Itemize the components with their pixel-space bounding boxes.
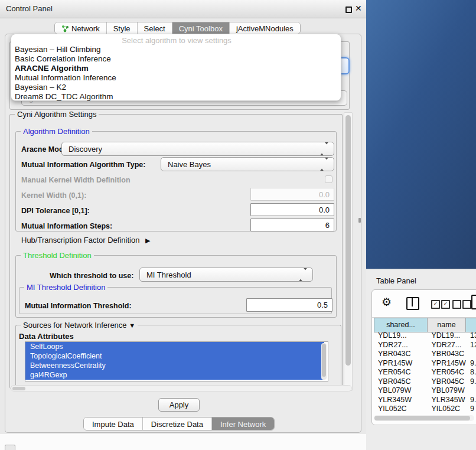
table-row[interactable]: YBL079WYBL079W [374,386,476,396]
table-row[interactable]: YBR043CYBR043C [374,350,476,359]
tab-impute-data[interactable]: Impute Data [84,418,143,431]
attribute-list-item[interactable]: gal4RGexp [25,370,324,380]
document-icon[interactable] [471,295,476,309]
tab-network[interactable]: Network [55,22,107,34]
tab-label: Network [71,22,100,34]
close-icon[interactable]: ✕ [355,4,362,13]
group-title: Cyni Algorithm Settings [15,110,99,119]
control-panel-tabs: Network Style Select Cyni Toolbox jActiv… [54,22,301,34]
attribute-list-item[interactable]: BetweennessCentrality [25,361,324,370]
column-header-partial[interactable] [465,318,476,332]
table-row[interactable]: YPR145WYPR145W9. [374,359,476,369]
mi-type-label: Mutual Information Algorithm Type: [21,161,145,169]
combo-stepper-icon [319,160,329,169]
desktop-background: GALGAL80GAL10GAL1GAL11SWI4GAL4HAP4YGCY1H… [366,0,476,269]
algorithm-option[interactable]: Basic Correlation Inference [15,54,337,64]
tab-cyni-toolbox[interactable]: Cyni Toolbox [172,22,230,34]
algorithm-option[interactable]: Bayesian – Hill Climbing [15,45,337,54]
table-horizontal-scrollbar[interactable] [374,415,474,421]
table-cell: YDL19... [428,331,467,341]
mi-threshold-label: Mutual Information Threshold: [25,302,132,310]
algorithm-option[interactable]: ARACNE Algorithm [15,64,337,73]
attribute-list-item[interactable]: TopologicalCoefficient [25,351,324,361]
tab-style[interactable]: Style [107,22,138,34]
tab-label: Cyni Toolbox [179,22,223,34]
minimized-window-icon[interactable] [5,445,15,450]
table-row[interactable]: YBR045CYBR045C9. [374,377,476,387]
algorithm-option[interactable]: Dream8 DC_TDC Algorithm [15,92,337,102]
settings-vertical-scrollbar[interactable] [344,112,353,391]
table-row[interactable]: YLR345WYLR345W9. [374,396,476,405]
network-icon [61,25,69,32]
split-pane-handle[interactable] [358,218,361,223]
table-cell [468,350,476,359]
table-row[interactable]: YER054CYER054C8. [374,368,476,377]
tab-jactivemnodules[interactable]: jActiveMNodules [230,22,300,34]
settings-horizontal-scrollbar[interactable] [11,385,352,392]
tab-discretize-data[interactable]: Discretize Data [143,418,212,431]
list-scrollbar[interactable] [321,343,327,380]
kernel-width-field[interactable]: 0.0 [250,188,334,201]
dpi-tolerance-field[interactable]: 0.0 [250,203,334,216]
column-header-shared-name[interactable]: shared... [374,318,427,332]
column-split-icon[interactable] [406,297,419,310]
sources-toggle[interactable]: Sources for Network Inference ▼ [21,321,138,330]
column-header-name[interactable]: name [427,318,465,332]
hub-factor-label: Hub/Transcription Factor Definition [21,236,139,244]
table-cell: 9 [468,405,476,414]
panel-title: Control Panel [6,4,53,13]
unchecked-checkbox-icon[interactable] [452,300,461,309]
group-title: MI Threshold Definition [24,283,107,292]
table-panel: Table Panel ⚙ ✓ ✓ shared... name YDL19..… [366,269,476,450]
expand-right-icon: ▶ [145,237,150,244]
tab-select[interactable]: Select [138,22,172,34]
table-header-row: shared... name [374,318,476,331]
aracne-mode-combo[interactable]: Discovery [61,142,334,156]
manual-kernel-checkbox[interactable] [325,175,332,183]
data-attributes-label: Data Attributes [19,332,74,341]
table-cell: YDR27... [428,341,467,350]
table-cell: YPR145W [374,359,428,369]
table-cell: YDR27... [374,341,428,350]
combo-stepper-icon [319,145,329,154]
mi-steps-field[interactable]: 6 [250,219,334,231]
table-toolbar: ⚙ ✓ ✓ [372,290,476,318]
table-cell: YDL19... [374,331,428,341]
hub-factor-toggle[interactable]: Hub/Transcription Factor Definition ▶ [21,236,150,244]
unchecked-checkbox-icon[interactable] [462,300,471,309]
mi-threshold-field[interactable]: 0.5 [246,298,332,312]
scrollbar-thumb[interactable] [12,387,25,390]
expand-down-icon: ▼ [129,322,135,329]
apply-button[interactable]: Apply [158,398,200,412]
table-row[interactable]: YIL052CYIL052C9 [374,405,476,414]
checked-checkbox-icon[interactable]: ✓ [431,300,440,309]
checked-checkbox-icon[interactable]: ✓ [441,300,450,309]
mi-steps-label: Mutual Information Steps: [21,222,112,230]
manual-kernel-label: Manual Kernel Width Definition [21,176,131,184]
combo-value: Discovery [69,145,102,154]
algorithm-option[interactable]: Mutual Information Inference [15,73,337,83]
algorithm-option[interactable]: Bayesian – K2 [15,83,337,92]
tab-label: Style [113,22,131,34]
tab-label: Impute Data [92,420,134,429]
scrollbar-thumb[interactable] [374,416,470,420]
float-window-icon[interactable] [345,6,352,13]
tab-infer-network[interactable]: Infer Network [212,418,274,431]
dropdown-placeholder: Select algorithm to view settings [11,36,342,45]
table-row[interactable]: YDR27...YDR27...12 [374,341,476,350]
table-row[interactable]: YDL19...YDL19...13 [374,331,476,341]
gear-icon[interactable]: ⚙ [382,295,392,309]
table-cell: YPR145W [428,359,467,369]
which-threshold-combo[interactable]: MI Threshold [139,268,313,282]
table-body: YDL19...YDL19...13YDR27...YDR27...12YBR0… [374,331,476,415]
combo-value: MI Threshold [146,270,191,279]
table-panel-title: Table Panel [376,276,416,285]
algorithm-dropdown-list[interactable]: Select algorithm to view settings Bayesi… [11,34,341,101]
group-title: Algorithm Definition [21,127,92,136]
attribute-list-item[interactable]: SelfLoops [25,342,324,351]
scrollbar-thumb[interactable] [345,115,351,366]
table-cell: YBR043C [428,350,467,359]
tab-label: Infer Network [220,420,266,429]
data-attributes-list[interactable]: SelfLoopsTopologicalCoefficientBetweenne… [25,341,328,381]
mi-type-combo[interactable]: Naive Bayes [161,157,334,171]
